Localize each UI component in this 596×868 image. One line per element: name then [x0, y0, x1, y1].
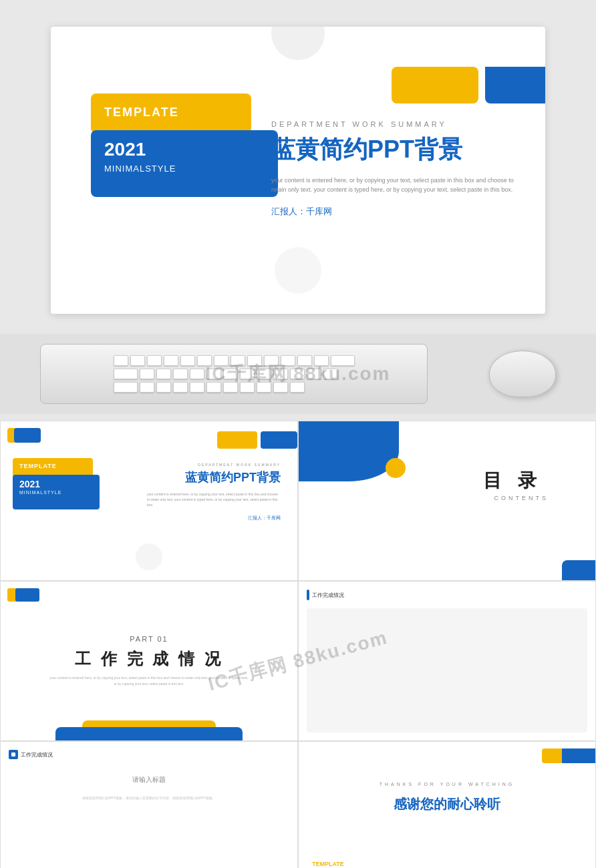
mouse-image [489, 351, 556, 397]
keyboard-keys [108, 350, 360, 398]
key [264, 355, 279, 366]
thumb-style-label: MINIMALSTYLE [19, 490, 61, 495]
key [140, 382, 154, 393]
main-slide-preview: TEMPLATE 2021 MINIMALSTYLE DEPARTMENT WO… [51, 27, 545, 314]
key [297, 355, 312, 366]
key [130, 355, 145, 366]
key [206, 369, 221, 379]
work2-desc: 感谢您使用我们的PPT模板，请在此输入您需要的文字内容，感谢您使用我们的PPT模… [55, 795, 243, 801]
key [240, 382, 255, 393]
slides-grid: TEMPLATE 2021 MINIMALSTYLE DEPARTMENT WO… [0, 421, 596, 868]
deco-blue-tl [14, 428, 41, 443]
deco-circle-bottom [275, 247, 321, 294]
key [190, 382, 204, 393]
key [147, 355, 162, 366]
key [273, 369, 288, 379]
slide-thumb-work[interactable]: 工作完成情况 [298, 581, 596, 741]
deco-blue-shape [299, 421, 399, 481]
key [140, 369, 154, 379]
thumb-year-label: 2021 [19, 479, 40, 489]
key [240, 369, 255, 379]
key [206, 382, 221, 393]
key [281, 355, 295, 366]
key [197, 355, 212, 366]
deco-blue-tl-3 [15, 588, 39, 602]
thanks-template-label: TEMPLATE [312, 861, 344, 867]
contents-subtitle: CONTENTS [494, 495, 549, 501]
key [314, 355, 329, 366]
header-icon [9, 750, 18, 759]
keyboard-image [40, 344, 428, 404]
deco-circle-top [271, 27, 325, 60]
deco-blue-top-6 [562, 748, 595, 763]
key [290, 382, 305, 393]
part-label: PART 01 [130, 635, 168, 643]
thanks-title: 感谢您的耐心聆听 [394, 795, 500, 813]
main-title: 蓝黄简约PPT背景 [271, 134, 518, 166]
deco-bottom-circle [136, 544, 162, 570]
work-header-text: 工作完成情况 [312, 592, 344, 599]
part-desc: your content is entered here, or by copy… [49, 675, 249, 687]
key [323, 369, 338, 379]
key [257, 382, 271, 393]
key [190, 369, 204, 379]
svg-rect-0 [11, 752, 15, 756]
slides-grid-wrapper: TEMPLATE 2021 MINIMALSTYLE DEPARTMENT WO… [0, 421, 596, 868]
thumb-reporter: 汇报人：千库网 [248, 515, 281, 521]
key [164, 355, 178, 366]
deco-blue-bottom [562, 560, 595, 580]
key [307, 369, 321, 379]
deco-blue-bottom-3 [55, 727, 243, 740]
keyboard-section: IC千库网 88ku.com [0, 334, 596, 414]
key [173, 369, 188, 379]
desc-text: your content is entered here, or by copy… [271, 176, 518, 195]
reporter-label: 汇报人：千库网 [271, 206, 518, 218]
work-content-area [307, 608, 587, 732]
key [173, 382, 188, 393]
slide-thumb-work2[interactable]: 工作完成情况 请输入标题 感谢您使用我们的PPT模板，请在此输入您需要的文字内容… [0, 741, 298, 868]
key [156, 382, 171, 393]
key [223, 369, 238, 379]
key [231, 355, 245, 366]
key [214, 355, 229, 366]
slide-thumb-contents[interactable]: 目 录 CONTENTS [298, 421, 596, 581]
key [247, 355, 262, 366]
thumb-desc: your content is entered here, or by copy… [147, 491, 281, 507]
key-wide [114, 382, 138, 393]
slide-thumb-part01[interactable]: PART 01 工 作 完 成 情 况 your content is ente… [0, 581, 298, 741]
key [114, 355, 128, 366]
work2-header-text: 工作完成情况 [21, 751, 53, 758]
key [223, 382, 238, 393]
work-header: 工作完成情况 [307, 590, 344, 600]
key [257, 369, 271, 379]
thanks-label: THANKS FOR YOUR WATCHING [380, 782, 514, 787]
slide-thumb-cover[interactable]: TEMPLATE 2021 MINIMALSTYLE DEPARTMENT WO… [0, 421, 298, 581]
input-label: 请输入标题 [132, 775, 166, 785]
year-label: 2021 [104, 139, 146, 160]
thumb-template-label: TEMPLATE [19, 463, 57, 469]
deco-yellow-rect-top [392, 67, 478, 103]
deco-yellow-dot [386, 458, 406, 478]
work2-header: 工作完成情况 [9, 750, 53, 759]
key-wide [114, 369, 138, 379]
deco-blue-rect-top [485, 67, 545, 103]
part-main-title: 工 作 完 成 情 况 [75, 648, 222, 670]
thumb-dept-label: DEPARTMENT WORK SUMMARY [198, 463, 281, 467]
deco-yellow-tr [217, 431, 257, 449]
dept-label: DEPARTMENT WORK SUMMARY [271, 120, 518, 128]
deco-blue-tr [261, 431, 297, 449]
right-panel: DEPARTMENT WORK SUMMARY 蓝黄简约PPT背景 your c… [271, 120, 518, 218]
thumb-title: 蓝黄简约PPT背景 [185, 469, 281, 485]
contents-title: 目 录 [483, 468, 542, 493]
slide-thumb-thankyou[interactable]: THANKS FOR YOUR WATCHING 感谢您的耐心聆听 TEMPLA… [298, 741, 596, 868]
key [180, 355, 195, 366]
style-label: MINIMALSTYLE [104, 164, 176, 174]
key-wide [331, 355, 355, 366]
header-blue-bar [307, 590, 309, 600]
key [290, 369, 305, 379]
key [156, 369, 171, 379]
key [273, 382, 288, 393]
template-label: TEMPLATE [104, 105, 179, 120]
